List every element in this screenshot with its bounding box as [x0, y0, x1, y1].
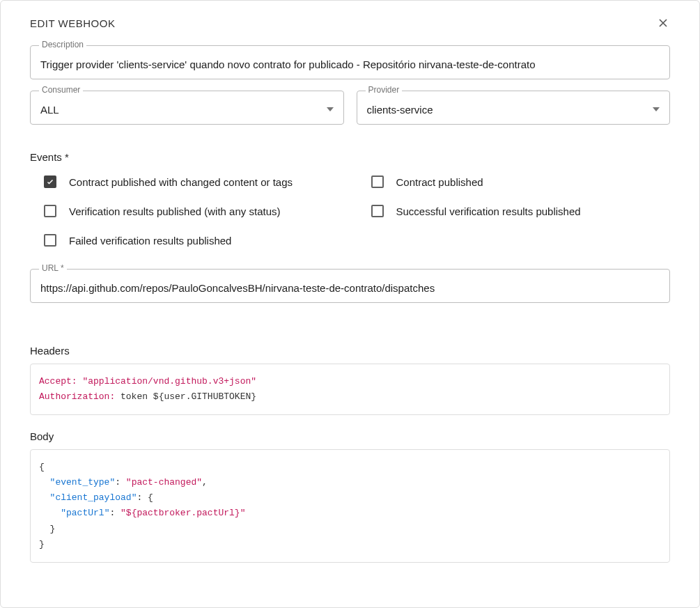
- event-checkbox-verification-any[interactable]: Verification results published (with any…: [44, 205, 343, 217]
- close-icon[interactable]: [656, 16, 670, 30]
- header-key: Authorization:: [39, 391, 115, 402]
- brace: }: [39, 539, 45, 549]
- modal-title: EDIT WEBHOOK: [30, 17, 115, 29]
- event-checkbox-contract-changed[interactable]: Contract published with changed content …: [44, 176, 343, 188]
- url-label: URL *: [39, 263, 67, 273]
- checkbox-icon: [44, 205, 56, 217]
- checkbox-icon: [371, 176, 384, 188]
- consumer-value: ALL: [40, 104, 334, 116]
- brace: {: [39, 462, 45, 472]
- description-label: Description: [39, 40, 86, 49]
- json-value: "${pactbroker.pactUrl}": [120, 508, 245, 518]
- json-key: "client_payload": [50, 492, 137, 503]
- header-value: "application/vnd.github.v3+json": [82, 376, 256, 387]
- event-checkbox-verification-success[interactable]: Successful verification results publishe…: [371, 205, 671, 217]
- events-section-label: Events *: [30, 151, 670, 163]
- json-key: "pactUrl": [61, 508, 109, 518]
- event-label: Failed verification results published: [69, 235, 231, 247]
- header-key: Accept:: [39, 376, 77, 387]
- url-field[interactable]: URL * https://api.github.com/repos/Paulo…: [30, 269, 670, 303]
- edit-webhook-modal: EDIT WEBHOOK Description Trigger provide…: [0, 0, 700, 608]
- headers-section-label: Headers: [30, 345, 670, 357]
- comma: ,: [202, 477, 208, 488]
- event-label: Contract published with changed content …: [69, 176, 293, 188]
- modal-body[interactable]: Description Trigger provider 'clients-se…: [1, 37, 699, 607]
- brace: {: [148, 492, 153, 503]
- provider-label: Provider: [366, 85, 403, 95]
- description-field[interactable]: Description Trigger provider 'clients-se…: [30, 45, 670, 79]
- body-section-label: Body: [30, 430, 670, 442]
- consumer-select[interactable]: Consumer ALL: [30, 91, 344, 125]
- event-checkbox-contract-published[interactable]: Contract published: [371, 176, 671, 188]
- description-value: Trigger provider 'clients-service' quand…: [40, 59, 660, 70]
- modal-header: EDIT WEBHOOK: [1, 1, 699, 37]
- body-code[interactable]: { "event_type": "pact-changed", "client_…: [30, 449, 670, 563]
- json-key: "event_type": [50, 477, 116, 488]
- chevron-down-icon: [653, 102, 660, 114]
- headers-code[interactable]: Accept: "application/vnd.github.v3+json"…: [30, 364, 670, 415]
- events-grid: Contract published with changed content …: [30, 176, 670, 247]
- event-label: Contract published: [396, 176, 483, 188]
- chevron-down-icon: [327, 102, 334, 114]
- consumer-label: Consumer: [39, 85, 83, 95]
- checkbox-icon: [44, 176, 56, 188]
- header-value: token ${user.GITHUBTOKEN}: [115, 391, 256, 402]
- json-value: "pact-changed": [126, 477, 202, 488]
- event-checkbox-verification-failed[interactable]: Failed verification results published: [44, 234, 343, 247]
- event-label: Verification results published (with any…: [69, 205, 280, 217]
- brace: }: [39, 524, 55, 534]
- checkbox-icon: [371, 205, 384, 217]
- event-label: Successful verification results publishe…: [396, 205, 581, 217]
- provider-value: clients-service: [367, 104, 660, 116]
- checkbox-icon: [44, 234, 56, 247]
- url-value: https://api.github.com/repos/PauloGoncal…: [40, 282, 660, 294]
- provider-select[interactable]: Provider clients-service: [357, 91, 671, 125]
